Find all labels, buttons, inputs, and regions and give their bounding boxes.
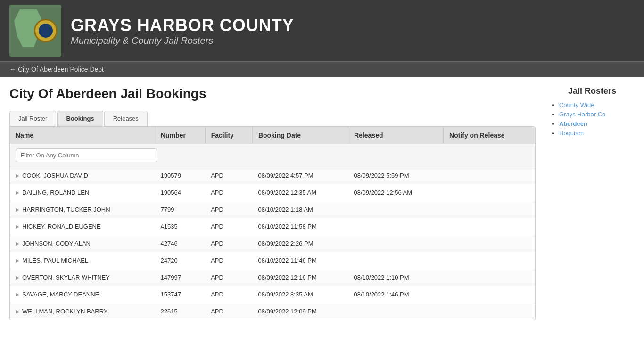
cell-released bbox=[348, 201, 443, 218]
sidebar-item-2: Aberdeen bbox=[559, 120, 635, 127]
cell-facility: APD bbox=[205, 218, 252, 235]
cell-name: ▶WELLMAN, ROCKLYN BARRY bbox=[10, 303, 155, 320]
site-logo bbox=[9, 5, 61, 57]
sidebar-item-3: Hoquiam bbox=[559, 129, 635, 137]
cell-notify bbox=[444, 269, 535, 286]
cell-facility: APD bbox=[205, 269, 252, 286]
cell-notify bbox=[444, 303, 535, 320]
main-container: City Of Aberdeen Jail Bookings Jail Rost… bbox=[0, 77, 644, 329]
tab-bookings[interactable]: Bookings bbox=[57, 111, 103, 126]
row-expand-arrow[interactable]: ▶ bbox=[16, 258, 19, 263]
cell-booking-date: 08/10/2022 11:58 PM bbox=[252, 218, 348, 235]
table-row: ▶SAVAGE, MARCY DEANNE153747APD08/09/2022… bbox=[10, 286, 535, 303]
cell-name: ▶HICKEY, RONALD EUGENE bbox=[10, 218, 155, 235]
cell-booking-date: 08/09/2022 12:16 PM bbox=[252, 269, 348, 286]
col-header-name: Name bbox=[10, 127, 155, 144]
tabs: Jail Roster Bookings Releases bbox=[9, 111, 536, 126]
bookings-table: Name Number Facility Booking Date Releas… bbox=[10, 127, 535, 320]
sidebar-link-grays-harbor-co[interactable]: Grays Harbor Co bbox=[559, 111, 605, 118]
row-expand-arrow[interactable]: ▶ bbox=[16, 309, 19, 314]
cell-number: 22615 bbox=[155, 303, 205, 320]
table-header-row: Name Number Facility Booking Date Releas… bbox=[10, 127, 535, 144]
table-row: ▶JOHNSON, CODY ALAN42746APD08/09/2022 2:… bbox=[10, 235, 535, 252]
cell-number: 7799 bbox=[155, 201, 205, 218]
cell-released bbox=[348, 252, 443, 269]
cell-booking-date: 08/10/2022 11:46 PM bbox=[252, 252, 348, 269]
table-row: ▶HICKEY, RONALD EUGENE41535APD08/10/2022… bbox=[10, 218, 535, 235]
cell-number: 190579 bbox=[155, 167, 205, 184]
bookings-table-container: Name Number Facility Booking Date Releas… bbox=[9, 126, 536, 320]
cell-facility: APD bbox=[205, 303, 252, 320]
row-expand-arrow[interactable]: ▶ bbox=[16, 275, 19, 280]
sidebar-link-aberdeen[interactable]: Aberdeen bbox=[559, 120, 587, 127]
sidebar-title: Jail Rosters bbox=[550, 86, 635, 96]
cell-notify bbox=[444, 184, 535, 201]
row-expand-arrow[interactable]: ▶ bbox=[16, 190, 19, 195]
cell-notify bbox=[444, 218, 535, 235]
page-title: City Of Aberdeen Jail Bookings bbox=[9, 86, 536, 101]
cell-booking-date: 08/09/2022 4:57 PM bbox=[252, 167, 348, 184]
row-expand-arrow[interactable]: ▶ bbox=[16, 173, 19, 178]
cell-notify bbox=[444, 286, 535, 303]
sidebar-item-1: Grays Harbor Co bbox=[559, 110, 635, 118]
table-row: ▶COOK, JOSHUA DAVID190579APD08/09/2022 4… bbox=[10, 167, 535, 184]
row-expand-arrow[interactable]: ▶ bbox=[16, 292, 19, 297]
cell-name: ▶DAILING, ROLAND LEN bbox=[10, 184, 155, 201]
cell-released bbox=[348, 303, 443, 320]
navbar: ← City Of Aberdeen Police Dept bbox=[0, 61, 644, 77]
cell-name: ▶JOHNSON, CODY ALAN bbox=[10, 235, 155, 252]
tab-releases[interactable]: Releases bbox=[104, 111, 148, 126]
header-subtitle: Municipality & County Jail Rosters bbox=[71, 35, 635, 46]
content-area: City Of Aberdeen Jail Bookings Jail Rost… bbox=[9, 86, 536, 320]
back-arrow: ← bbox=[9, 66, 16, 73]
sidebar-links: County WideGrays Harbor CoAberdeenHoquia… bbox=[550, 101, 635, 137]
col-header-booking-date: Booking Date bbox=[252, 127, 348, 144]
tab-jail-roster[interactable]: Jail Roster bbox=[9, 111, 56, 126]
back-label: City Of Aberdeen Police Dept bbox=[18, 66, 104, 73]
table-row: ▶WELLMAN, ROCKLYN BARRY22615APD08/09/202… bbox=[10, 303, 535, 320]
col-header-number: Number bbox=[155, 127, 205, 144]
cell-number: 41535 bbox=[155, 218, 205, 235]
cell-released: 08/10/2022 1:46 PM bbox=[348, 286, 443, 303]
filter-input[interactable] bbox=[16, 148, 157, 162]
col-header-notify: Notify on Release bbox=[444, 127, 535, 144]
filter-cell bbox=[10, 144, 535, 167]
cell-facility: APD bbox=[205, 184, 252, 201]
header-text: GRAYS HARBOR COUNTY Municipality & Count… bbox=[71, 16, 635, 46]
cell-name: ▶MILES, PAUL MICHAEL bbox=[10, 252, 155, 269]
row-expand-arrow[interactable]: ▶ bbox=[16, 241, 19, 246]
cell-number: 147997 bbox=[155, 269, 205, 286]
cell-name: ▶SAVAGE, MARCY DEANNE bbox=[10, 286, 155, 303]
cell-facility: APD bbox=[205, 201, 252, 218]
cell-notify bbox=[444, 201, 535, 218]
cell-booking-date: 08/09/2022 12:09 PM bbox=[252, 303, 348, 320]
col-header-released: Released bbox=[348, 127, 443, 144]
cell-name: ▶COOK, JOSHUA DAVID bbox=[10, 167, 155, 184]
sidebar-link-hoquiam[interactable]: Hoquiam bbox=[559, 130, 584, 137]
cell-name: ▶HARRINGTON, TUCKER JOHN bbox=[10, 201, 155, 218]
cell-facility: APD bbox=[205, 286, 252, 303]
cell-booking-date: 08/09/2022 12:35 AM bbox=[252, 184, 348, 201]
filter-row bbox=[10, 144, 535, 167]
cell-released bbox=[348, 235, 443, 252]
table-row: ▶OVERTON, SKYLAR WHITNEY147997APD08/09/2… bbox=[10, 269, 535, 286]
back-link[interactable]: ← City Of Aberdeen Police Dept bbox=[9, 66, 104, 73]
cell-released: 08/09/2022 5:59 PM bbox=[348, 167, 443, 184]
cell-facility: APD bbox=[205, 167, 252, 184]
cell-number: 24720 bbox=[155, 252, 205, 269]
row-expand-arrow[interactable]: ▶ bbox=[16, 207, 19, 212]
cell-released: 08/09/2022 12:56 AM bbox=[348, 184, 443, 201]
cell-notify bbox=[444, 252, 535, 269]
sidebar-item-0: County Wide bbox=[559, 101, 635, 108]
cell-released bbox=[348, 218, 443, 235]
cell-notify bbox=[444, 235, 535, 252]
cell-facility: APD bbox=[205, 235, 252, 252]
sidebar: Jail Rosters County WideGrays Harbor CoA… bbox=[550, 86, 635, 320]
sidebar-link-county-wide[interactable]: County Wide bbox=[559, 101, 594, 108]
cell-number: 153747 bbox=[155, 286, 205, 303]
cell-notify bbox=[444, 167, 535, 184]
cell-booking-date: 08/09/2022 2:26 PM bbox=[252, 235, 348, 252]
row-expand-arrow[interactable]: ▶ bbox=[16, 224, 19, 229]
table-row: ▶DAILING, ROLAND LEN190564APD08/09/2022 … bbox=[10, 184, 535, 201]
cell-facility: APD bbox=[205, 252, 252, 269]
